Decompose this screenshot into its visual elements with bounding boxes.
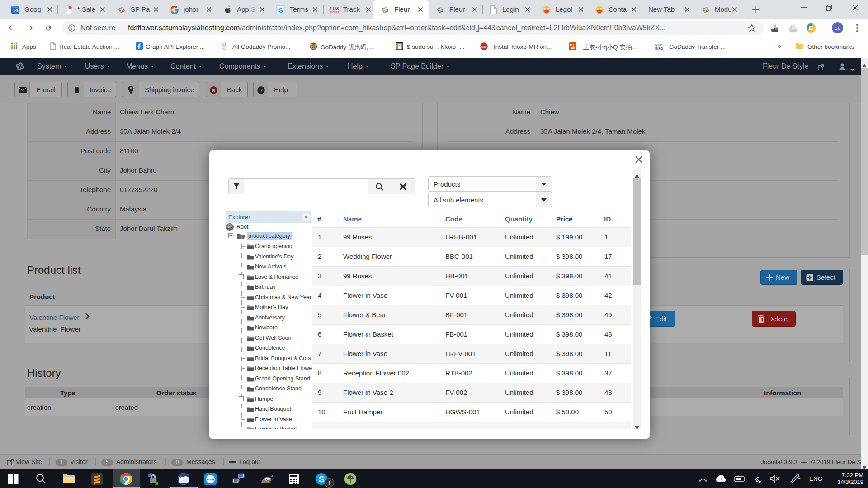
svg-text:?: ?: [259, 88, 263, 93]
svg-text:INFO: INFO: [655, 47, 663, 50]
svg-text:1: 1: [328, 480, 331, 487]
svg-text:FLOWER: FLOWER: [330, 11, 339, 14]
svg-text:FDS: FDS: [330, 6, 340, 11]
svg-text:SM: SM: [481, 45, 486, 49]
svg-text:14: 14: [13, 8, 19, 13]
svg-text:S: S: [319, 474, 325, 484]
svg-text:S: S: [278, 6, 283, 14]
